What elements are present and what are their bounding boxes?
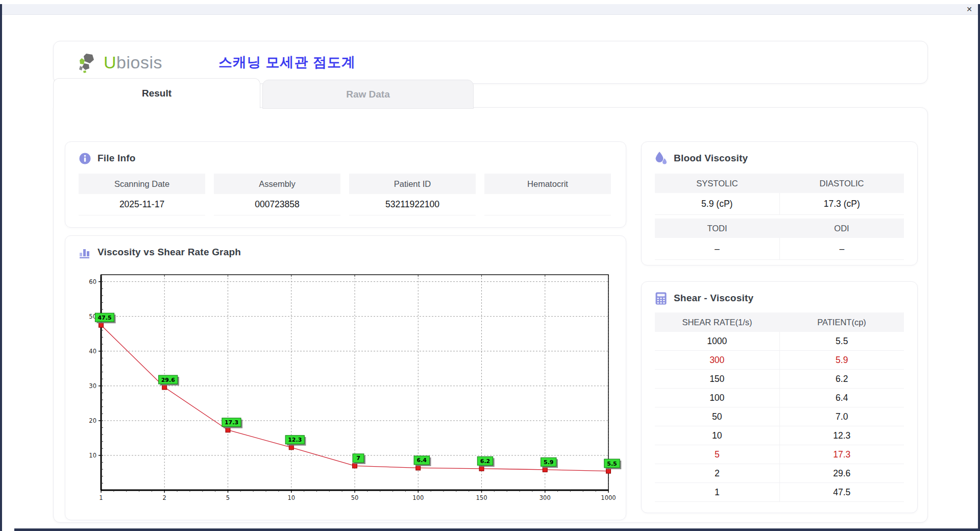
blood-header-row: SYSTOLICDIASTOLIC <box>655 174 904 193</box>
shear-rate-cell: 5 <box>655 445 779 464</box>
blood-value-row: –– <box>655 238 904 260</box>
blood-viscosity-title: Blood Viscosity <box>674 153 748 164</box>
shear-rate-cell: 2 <box>655 464 779 483</box>
field-label: Scanning Date <box>79 174 205 194</box>
graph-panel: Viscosity vs Shear Rate Graph 1020304050… <box>65 235 626 520</box>
header-card: Ubiosis 스캐닝 모세관 점도계 <box>53 41 928 84</box>
svg-text:60: 60 <box>89 278 96 285</box>
patient-cp-cell: 5.5 <box>779 332 904 351</box>
patient-cp-cell: 6.4 <box>779 389 904 407</box>
shear-rate-cell: 300 <box>655 351 779 370</box>
table-group-gap <box>655 215 904 219</box>
svg-text:10: 10 <box>287 494 295 501</box>
shear-col-header: PATIENT(cp) <box>779 312 904 332</box>
field-value: 000723858 <box>214 194 340 215</box>
blood-col-label: TODI <box>655 219 779 238</box>
svg-text:10: 10 <box>89 452 96 459</box>
result-content: File Info Scanning Date2025-11-17Assembl… <box>53 107 928 523</box>
shear-rate-cell: 1 <box>655 483 779 502</box>
shear-rate-cell: 50 <box>655 407 779 426</box>
blood-viscosity-panel: Blood Viscosity SYSTOLICDIASTOLIC5.9 (cP… <box>641 141 918 266</box>
file-field-patient-id: Patient ID53211922100 <box>349 174 476 215</box>
patient-cp-cell: 17.3 <box>779 445 904 464</box>
blood-col-value: 17.3 (cP) <box>779 193 904 215</box>
field-value: 53211922100 <box>349 194 476 215</box>
shear-rate-cell: 1000 <box>655 332 779 351</box>
svg-text:29.6: 29.6 <box>161 377 175 383</box>
table-row: 147.5 <box>655 483 904 502</box>
droplets-icon <box>655 152 667 164</box>
window-titlebar: ✕ <box>2 4 978 15</box>
file-info-title: File Info <box>97 153 136 164</box>
brand-logo: Ubiosis <box>77 52 162 73</box>
table-row: 1012.3 <box>655 426 904 445</box>
svg-text:300: 300 <box>540 494 551 501</box>
svg-text:5: 5 <box>226 494 230 501</box>
blood-col-label: SYSTOLIC <box>655 174 779 193</box>
table-row: 3005.9 <box>655 351 904 370</box>
table-row: 229.6 <box>655 464 904 483</box>
bar-chart-icon <box>79 246 91 258</box>
table-row: 1506.2 <box>655 370 904 389</box>
tab-raw-data[interactable]: Raw Data <box>262 80 474 109</box>
table-row: 10005.5 <box>655 332 904 351</box>
calculator-grid-icon <box>655 292 667 304</box>
shear-header-row: SHEAR RATE(1/s)PATIENT(cp) <box>655 312 904 332</box>
blood-header-row: TODIODI <box>655 219 904 238</box>
file-field-hematocrit: Hematocrit <box>484 174 611 215</box>
svg-text:12.3: 12.3 <box>288 437 302 443</box>
field-label: Patient ID <box>349 174 476 194</box>
close-icon[interactable]: ✕ <box>965 5 974 14</box>
svg-text:20: 20 <box>89 417 96 424</box>
svg-text:7: 7 <box>356 455 360 462</box>
app-title: 스캐닝 모세관 점도계 <box>218 53 356 71</box>
app-window: { "window": { "close_label": "✕" }, "hea… <box>0 0 980 531</box>
svg-text:47.5: 47.5 <box>97 315 111 321</box>
field-value: 2025-11-17 <box>79 194 205 215</box>
patient-cp-cell: 7.0 <box>779 407 904 426</box>
svg-text:40: 40 <box>89 348 96 355</box>
svg-text:150: 150 <box>476 494 487 501</box>
window-border-bottom <box>14 528 980 531</box>
shear-rate-cell: 100 <box>655 389 779 407</box>
graph-title: Viscosity vs Shear Rate Graph <box>97 247 241 258</box>
shear-viscosity-table: SHEAR RATE(1/s)PATIENT(cp)10005.53005.91… <box>655 312 904 502</box>
window-border-left <box>0 4 2 531</box>
ubiosis-logo-icon <box>77 52 99 73</box>
patient-cp-cell: 5.9 <box>779 351 904 370</box>
svg-text:17.3: 17.3 <box>225 419 238 426</box>
table-row: 517.3 <box>655 445 904 464</box>
table-row: 1006.4 <box>655 389 904 407</box>
blood-col-label: ODI <box>779 219 904 238</box>
svg-text:5.5: 5.5 <box>607 461 617 467</box>
shear-rate-cell: 150 <box>655 370 779 389</box>
patient-cp-cell: 6.2 <box>779 370 904 389</box>
viscosity-chart: 1020304050601251050100150300100047.529.6… <box>78 269 615 513</box>
patient-cp-cell: 47.5 <box>779 483 904 502</box>
shear-viscosity-panel: Shear - Viscosity SHEAR RATE(1/s)PATIENT… <box>641 281 918 513</box>
file-field-scanning-date: Scanning Date2025-11-17 <box>79 174 205 215</box>
svg-text:6.4: 6.4 <box>417 457 427 464</box>
svg-text:100: 100 <box>412 494 424 501</box>
svg-text:2: 2 <box>163 494 166 501</box>
svg-text:5.9: 5.9 <box>544 459 554 466</box>
file-field-assembly: Assembly000723858 <box>214 174 340 215</box>
shear-col-header: SHEAR RATE(1/s) <box>655 312 779 332</box>
tab-result[interactable]: Result <box>53 78 260 108</box>
svg-text:1: 1 <box>99 494 103 501</box>
svg-text:6.2: 6.2 <box>480 458 491 465</box>
blood-col-label: DIASTOLIC <box>779 174 904 193</box>
file-info-fields: Scanning Date2025-11-17Assembly000723858… <box>79 174 611 215</box>
shear-rate-cell: 10 <box>655 426 779 445</box>
field-label: Assembly <box>214 174 340 194</box>
table-row: 507.0 <box>655 407 904 426</box>
patient-cp-cell: 29.6 <box>779 464 904 483</box>
blood-col-value: 5.9 (cP) <box>655 193 779 215</box>
svg-text:50: 50 <box>351 494 359 501</box>
blood-value-row: 5.9 (cP)17.3 (cP) <box>655 193 904 215</box>
blood-col-value: – <box>655 238 779 260</box>
info-icon <box>79 152 91 164</box>
file-info-panel: File Info Scanning Date2025-11-17Assembl… <box>65 141 626 228</box>
patient-cp-cell: 12.3 <box>779 426 904 445</box>
brand-name: Ubiosis <box>104 53 162 73</box>
